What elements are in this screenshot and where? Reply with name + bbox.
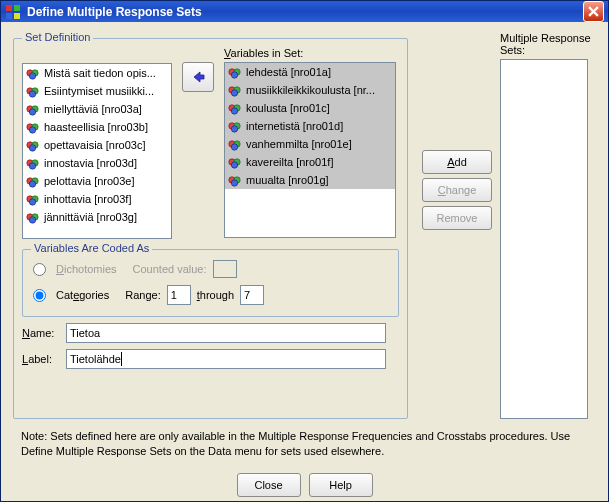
help-button[interactable]: Help: [309, 473, 373, 497]
svg-rect-2: [6, 13, 12, 19]
through-label: through: [197, 289, 234, 301]
list-item[interactable]: musiikkileikkikoulusta [nr...: [225, 81, 395, 99]
svg-point-51: [231, 180, 237, 186]
list-item[interactable]: Esiintymiset musiikki...: [23, 82, 171, 100]
svg-point-36: [231, 90, 237, 96]
label-label: Label:: [22, 353, 60, 365]
list-item[interactable]: koulusta [nro01c]: [225, 99, 395, 117]
coded-as-legend: Variables Are Coded As: [31, 242, 152, 254]
list-item[interactable]: haasteellisia [nro03b]: [23, 118, 171, 136]
note-text: Note: Sets defined here are only availab…: [21, 429, 588, 459]
list-item[interactable]: Mistä sait tiedon opis...: [23, 64, 171, 82]
svg-rect-3: [14, 13, 20, 19]
svg-point-33: [231, 72, 237, 78]
available-variables-list[interactable]: Mistä sait tiedon opis...Esiintymiset mu…: [22, 63, 172, 239]
variable-icon: [26, 120, 40, 134]
variable-icon: [26, 192, 40, 206]
list-item[interactable]: internetistä [nro01d]: [225, 117, 395, 135]
svg-point-18: [29, 145, 35, 151]
list-item[interactable]: opettavaisia [nro03c]: [23, 136, 171, 154]
variable-icon: [228, 137, 242, 151]
list-item[interactable]: innostavia [nro03d]: [23, 154, 171, 172]
list-item[interactable]: muualta [nro01g]: [225, 171, 395, 189]
arrow-left-icon: [190, 70, 206, 84]
mrs-list[interactable]: [500, 59, 588, 419]
svg-rect-0: [6, 5, 12, 11]
variable-icon: [228, 155, 242, 169]
mrs-heading: Multiple Response Sets:: [500, 32, 592, 56]
move-column: [180, 47, 216, 107]
variable-icon: [228, 83, 242, 97]
list-item[interactable]: kavereilta [nro01f]: [225, 153, 395, 171]
bottom-buttons: Close Help: [13, 473, 596, 497]
set-definition-legend: Set Definition: [22, 31, 93, 43]
svg-point-15: [29, 127, 35, 133]
coded-as-group: Variables Are Coded As Dichotomies Count…: [22, 249, 399, 317]
svg-point-12: [29, 109, 35, 115]
name-label: Name:: [22, 327, 60, 339]
variable-icon: [26, 102, 40, 116]
variable-icon: [26, 138, 40, 152]
svg-point-42: [231, 126, 237, 132]
dichotomies-radio[interactable]: [33, 263, 46, 276]
variable-icon: [228, 173, 242, 187]
dichotomies-label: Dichotomies: [56, 263, 117, 275]
variable-icon: [228, 65, 242, 79]
change-button: Change: [422, 178, 492, 202]
variable-icon: [26, 84, 40, 98]
svg-rect-1: [14, 5, 20, 11]
list-item[interactable]: miellyttäviä [nro03a]: [23, 100, 171, 118]
counted-value-input: [213, 260, 237, 278]
close-window-button[interactable]: [583, 1, 604, 22]
variable-icon: [26, 156, 40, 170]
remove-button: Remove: [422, 206, 492, 230]
list-item[interactable]: inhottavia [nro03f]: [23, 190, 171, 208]
svg-point-45: [231, 144, 237, 150]
variables-in-set-label: Variables in Set:: [224, 47, 303, 59]
content-area: Set Definition Mistä sait tiedon opis...…: [1, 22, 608, 502]
svg-point-24: [29, 181, 35, 187]
titlebar[interactable]: Define Multiple Response Sets: [1, 1, 608, 22]
range-from-input[interactable]: [167, 285, 191, 305]
window-title: Define Multiple Response Sets: [27, 5, 583, 19]
range-label: Range:: [125, 289, 160, 301]
variables-in-set-list[interactable]: lehdestä [nro01a]musiikkileikkikoulusta …: [224, 62, 396, 238]
mrs-column: Add Change Remove Multiple Response Sets…: [422, 32, 592, 419]
variable-icon: [26, 210, 40, 224]
variable-icon: [228, 119, 242, 133]
list-item[interactable]: vanhemmilta [nro01e]: [225, 135, 395, 153]
mrs-button-column: Add Change Remove: [422, 150, 492, 419]
list-item[interactable]: pelottavia [nro03e]: [23, 172, 171, 190]
dialog-window: Define Multiple Response Sets Set Defini…: [0, 0, 609, 502]
name-input[interactable]: [66, 323, 386, 343]
list-item[interactable]: lehdestä [nro01a]: [225, 63, 395, 81]
svg-point-21: [29, 163, 35, 169]
close-button[interactable]: Close: [237, 473, 301, 497]
add-button[interactable]: Add: [422, 150, 492, 174]
list-item[interactable]: jännittäviä [nro03g]: [23, 208, 171, 226]
svg-point-39: [231, 108, 237, 114]
move-variable-button[interactable]: [182, 62, 214, 92]
svg-point-27: [29, 199, 35, 205]
variable-icon: [228, 101, 242, 115]
categories-radio[interactable]: [33, 289, 46, 302]
range-to-input[interactable]: [240, 285, 264, 305]
svg-point-30: [29, 217, 35, 223]
svg-point-6: [29, 73, 35, 79]
app-icon: [5, 4, 21, 20]
label-input[interactable]: Tietolähde: [66, 349, 386, 369]
set-definition-group: Set Definition Mistä sait tiedon opis...…: [13, 38, 408, 419]
variable-icon: [26, 66, 40, 80]
svg-point-48: [231, 162, 237, 168]
categories-label: Categories: [56, 289, 109, 301]
counted-value-label: Counted value:: [133, 263, 207, 275]
variable-icon: [26, 174, 40, 188]
svg-point-9: [29, 91, 35, 97]
